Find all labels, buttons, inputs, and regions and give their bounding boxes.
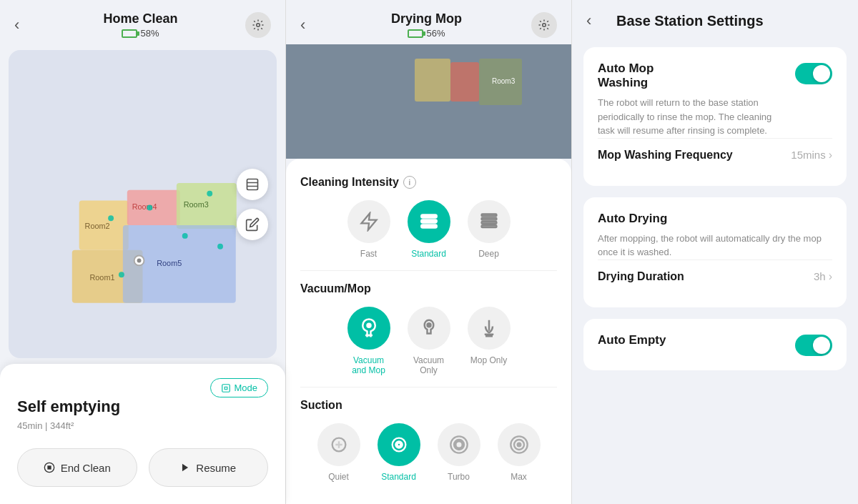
settings-sheet: Cleaning Intensity i Fast <box>286 159 571 504</box>
svg-point-13 <box>108 215 114 221</box>
auto-empty-toggle[interactable] <box>795 335 832 356</box>
svg-rect-22 <box>222 384 230 392</box>
mop-washing-frequency-time: 15mins <box>791 149 825 161</box>
svg-text:Room2: Room2 <box>85 222 110 230</box>
mop-washing-frequency-row[interactable]: Mop Washing Frequency 15mins › <box>598 138 832 172</box>
mop-washing-frequency-value: 15mins › <box>791 149 832 162</box>
suction-section: Suction <box>300 399 557 412</box>
resume-label: Resume <box>196 462 236 474</box>
battery-level: 58% <box>140 28 159 39</box>
panel3-back-button[interactable]: ‹ <box>586 11 608 30</box>
vacuum-only-label: VacuumOnly <box>413 355 444 375</box>
svg-text:Room4: Room4 <box>132 202 157 211</box>
settings-button[interactable] <box>245 12 271 38</box>
auto-drying-row: Auto Drying After mopping, the robot wil… <box>598 212 832 260</box>
svg-rect-32 <box>421 215 436 218</box>
svg-text:Room3: Room3 <box>492 77 516 85</box>
mop-only[interactable]: Mop Only <box>468 307 511 375</box>
auto-mop-washing-desc: The robot will return to the base statio… <box>598 96 786 138</box>
intensity-deep[interactable]: Deep <box>468 200 511 259</box>
vacuum-mop-label: Vacuum/Mop <box>300 282 371 295</box>
map-preview: Room3 <box>286 44 571 159</box>
suction-quiet[interactable]: Quiet <box>317 423 360 482</box>
intensity-fast[interactable]: Fast <box>347 200 390 259</box>
svg-marker-25 <box>182 464 188 472</box>
intensity-options: Fast Standard <box>300 200 557 259</box>
turbo-label: Turbo <box>448 472 470 482</box>
max-label: Max <box>511 472 527 482</box>
panel1-title: Home Clean <box>103 11 177 26</box>
battery-indicator: 58% <box>122 28 159 39</box>
svg-rect-29 <box>450 62 479 102</box>
suction-standard[interactable]: Standard <box>378 423 420 482</box>
vacuum-mop-icon <box>347 307 390 350</box>
deep-icon-circle <box>468 200 511 243</box>
fast-icon-circle <box>347 200 390 243</box>
bottom-info: Mode Self emptying 45min | 344ft² End Cl… <box>0 364 285 504</box>
suction-standard-label: Standard <box>381 472 416 482</box>
auto-mop-washing-card: Auto MopWashing The robot will return to… <box>583 47 847 186</box>
map-area: Room1 Room2 Room4 Room3 Room5 <box>9 50 277 358</box>
svg-point-44 <box>397 443 400 447</box>
max-icon <box>498 423 541 466</box>
mop-only-label: Mop Only <box>470 355 507 365</box>
svg-text:Room5: Room5 <box>157 259 182 267</box>
stats-text: 45min | 344ft² <box>17 420 268 431</box>
svg-rect-38 <box>481 225 496 227</box>
auto-empty-row: Auto Empty <box>598 333 832 356</box>
auto-mop-washing-row: Auto MopWashing The robot will return to… <box>598 61 832 138</box>
drying-duration-value: 3h › <box>814 270 832 283</box>
svg-rect-37 <box>481 222 496 224</box>
svg-point-16 <box>182 233 188 239</box>
panel2-back-button[interactable]: ‹ <box>300 16 322 34</box>
vacuum-and-mop[interactable]: Vacuumand Mop <box>347 307 390 375</box>
info-icon[interactable]: i <box>403 176 416 189</box>
panel2-battery-icon <box>408 29 423 38</box>
auto-drying-name: Auto Drying <box>598 212 832 226</box>
map-preview-svg: Room3 <box>286 44 571 159</box>
svg-point-12 <box>137 258 142 262</box>
vacuum-only[interactable]: VacuumOnly <box>408 307 450 375</box>
map-side-buttons <box>237 169 268 240</box>
auto-mop-washing-name: Auto MopWashing <box>598 61 786 90</box>
drying-duration-label: Drying Duration <box>598 270 684 283</box>
panel2-battery: 56% <box>408 28 445 39</box>
suction-options: Quiet Standard Turbo <box>300 423 557 482</box>
auto-empty-name: Auto Empty <box>598 333 786 347</box>
intensity-standard[interactable]: Standard <box>408 200 450 259</box>
back-button[interactable]: ‹ <box>14 16 36 34</box>
layer-button[interactable] <box>237 169 268 200</box>
svg-rect-24 <box>47 465 51 469</box>
home-clean-panel: ‹ Home Clean 58% Room1 Room2 Room4 <box>0 0 286 504</box>
deep-label: Deep <box>478 249 499 259</box>
auto-drying-desc: After mopping, the robot will automatica… <box>598 232 832 260</box>
svg-rect-19 <box>247 179 258 189</box>
fast-label: Fast <box>360 249 377 259</box>
svg-point-39 <box>367 324 370 327</box>
edit-button[interactable] <box>237 209 268 240</box>
mop-washing-chevron: › <box>829 149 832 162</box>
suction-turbo[interactable]: Turbo <box>438 423 480 482</box>
end-clean-button[interactable]: End Clean <box>17 448 137 487</box>
svg-rect-34 <box>421 225 436 228</box>
panel3-header: ‹ Base Station Settings <box>572 0 858 41</box>
svg-point-0 <box>257 24 260 27</box>
svg-rect-36 <box>481 218 496 220</box>
suction-max[interactable]: Max <box>498 423 541 482</box>
svg-point-26 <box>543 24 546 27</box>
divider-2 <box>300 387 557 387</box>
panel2-settings-button[interactable] <box>531 12 557 38</box>
svg-text:Room3: Room3 <box>184 200 209 209</box>
turbo-icon <box>438 423 480 466</box>
svg-rect-35 <box>481 214 496 217</box>
drying-duration-row[interactable]: Drying Duration 3h › <box>598 260 832 293</box>
vacuum-mop-section: Vacuum/Mop <box>300 282 557 295</box>
vacuum-only-icon <box>408 307 450 350</box>
resume-button[interactable]: Resume <box>149 448 269 487</box>
panel2-title: Drying Mop <box>391 11 462 26</box>
auto-mop-washing-toggle[interactable] <box>795 63 832 84</box>
mode-button[interactable]: Mode <box>210 378 268 397</box>
svg-rect-33 <box>421 220 436 223</box>
header-center: Home Clean 58% <box>103 11 177 39</box>
auto-mop-washing-info: Auto MopWashing The robot will return to… <box>598 61 786 138</box>
